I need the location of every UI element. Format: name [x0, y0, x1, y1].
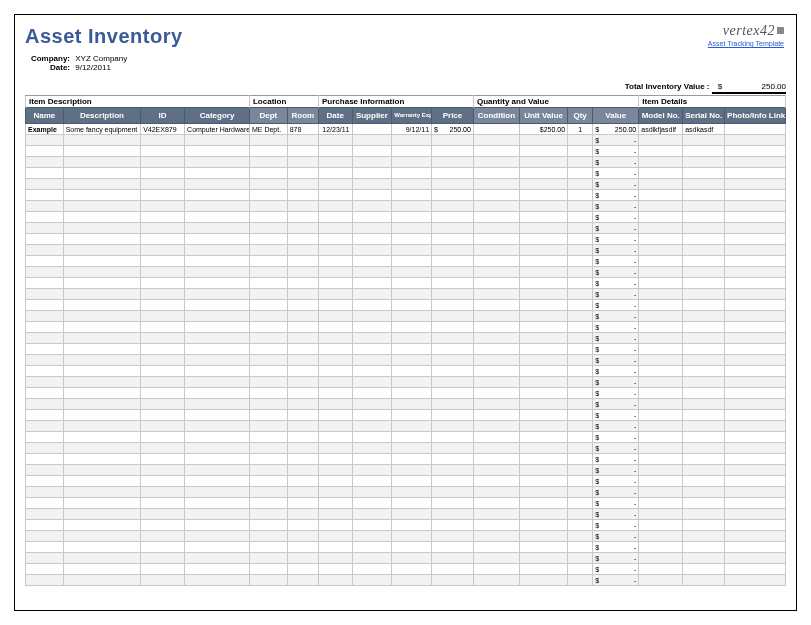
cell[interactable] [352, 542, 392, 553]
cell[interactable] [141, 223, 185, 234]
cell[interactable] [519, 212, 567, 223]
cell[interactable] [249, 344, 287, 355]
cell[interactable] [63, 311, 140, 322]
cell[interactable] [141, 454, 185, 465]
cell[interactable] [639, 190, 683, 201]
cell[interactable] [63, 432, 140, 443]
cell[interactable] [185, 245, 250, 256]
cell[interactable] [568, 190, 593, 201]
cell[interactable] [319, 454, 352, 465]
cell[interactable] [185, 388, 250, 399]
cell[interactable] [287, 344, 318, 355]
cell[interactable] [473, 245, 519, 256]
cell[interactable] [249, 465, 287, 476]
cell[interactable] [63, 179, 140, 190]
cell[interactable] [392, 190, 432, 201]
cell[interactable] [725, 212, 786, 223]
cell[interactable] [725, 454, 786, 465]
cell[interactable] [519, 553, 567, 564]
cell[interactable] [639, 333, 683, 344]
cell[interactable] [519, 135, 567, 146]
cell[interactable] [392, 454, 432, 465]
cell[interactable] [352, 487, 392, 498]
cell[interactable] [287, 223, 318, 234]
cell[interactable] [287, 234, 318, 245]
cell[interactable] [141, 564, 185, 575]
cell[interactable] [725, 531, 786, 542]
value-cell[interactable]: $- [593, 344, 639, 355]
cell[interactable] [473, 278, 519, 289]
cell[interactable] [287, 267, 318, 278]
cell[interactable] [473, 531, 519, 542]
cell[interactable] [319, 212, 352, 223]
cell[interactable] [249, 146, 287, 157]
cell[interactable] [519, 201, 567, 212]
cell[interactable] [141, 212, 185, 223]
cell[interactable] [432, 256, 474, 267]
value-cell[interactable]: $- [593, 223, 639, 234]
cell[interactable]: asdkasdf [683, 124, 725, 135]
cell[interactable] [392, 157, 432, 168]
cell[interactable] [26, 300, 64, 311]
cell[interactable] [568, 410, 593, 421]
cell[interactable] [568, 212, 593, 223]
cell[interactable] [639, 421, 683, 432]
cell[interactable] [392, 333, 432, 344]
cell[interactable] [319, 355, 352, 366]
cell[interactable] [519, 487, 567, 498]
cell[interactable] [568, 157, 593, 168]
cell[interactable] [319, 201, 352, 212]
cell[interactable] [519, 300, 567, 311]
cell[interactable] [473, 267, 519, 278]
cell[interactable] [473, 157, 519, 168]
cell[interactable] [432, 355, 474, 366]
cell[interactable] [319, 179, 352, 190]
cell[interactable] [725, 432, 786, 443]
cell[interactable] [683, 333, 725, 344]
cell[interactable] [473, 498, 519, 509]
cell[interactable] [249, 388, 287, 399]
cell[interactable] [352, 267, 392, 278]
cell[interactable] [249, 300, 287, 311]
cell[interactable] [249, 575, 287, 586]
cell[interactable] [185, 542, 250, 553]
cell[interactable] [249, 542, 287, 553]
value-cell[interactable]: $250.00 [432, 124, 474, 135]
cell[interactable] [683, 344, 725, 355]
cell[interactable] [725, 245, 786, 256]
cell[interactable] [639, 487, 683, 498]
cell[interactable] [185, 256, 250, 267]
col-serial-no[interactable]: Serial No. [683, 108, 725, 124]
cell[interactable] [352, 421, 392, 432]
cell[interactable] [568, 223, 593, 234]
cell[interactable] [725, 377, 786, 388]
cell[interactable] [519, 256, 567, 267]
col-date[interactable]: Date [319, 108, 352, 124]
cell[interactable] [26, 311, 64, 322]
cell[interactable] [287, 212, 318, 223]
cell[interactable] [141, 399, 185, 410]
value-cell[interactable]: $- [593, 355, 639, 366]
cell[interactable] [392, 300, 432, 311]
cell[interactable] [473, 399, 519, 410]
cell[interactable] [249, 190, 287, 201]
cell[interactable] [352, 388, 392, 399]
cell[interactable] [287, 509, 318, 520]
col-unit-value[interactable]: Unit Value [519, 108, 567, 124]
cell[interactable] [287, 542, 318, 553]
cell[interactable] [519, 465, 567, 476]
cell[interactable] [519, 366, 567, 377]
cell[interactable] [141, 300, 185, 311]
cell[interactable] [392, 520, 432, 531]
cell[interactable] [473, 234, 519, 245]
cell[interactable] [141, 443, 185, 454]
cell[interactable] [319, 520, 352, 531]
cell[interactable] [568, 333, 593, 344]
cell[interactable] [519, 520, 567, 531]
cell[interactable] [568, 168, 593, 179]
cell[interactable] [63, 520, 140, 531]
cell[interactable] [185, 157, 250, 168]
cell[interactable] [185, 322, 250, 333]
cell[interactable] [392, 344, 432, 355]
cell[interactable] [249, 311, 287, 322]
